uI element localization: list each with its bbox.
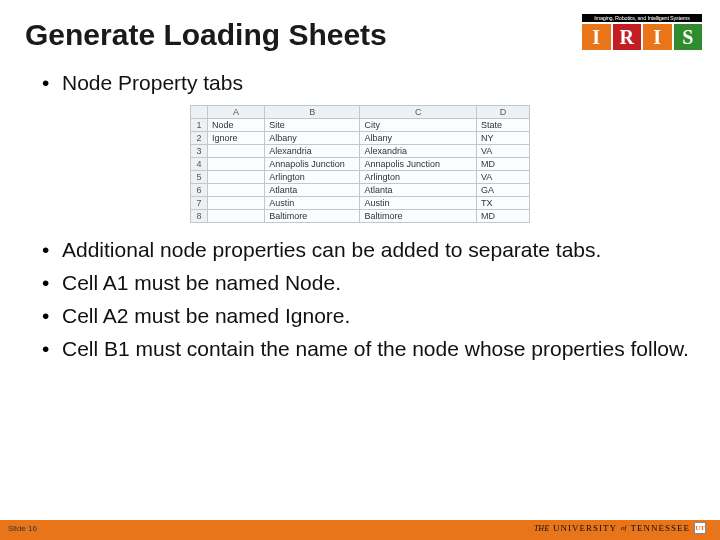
- cell: Austin: [265, 196, 360, 209]
- cell: VA: [477, 170, 530, 183]
- iris-letter-i2: I: [643, 24, 672, 50]
- table-row: 3 Alexandria Alexandria VA: [191, 144, 530, 157]
- col-header-b: B: [265, 105, 360, 118]
- iris-letter-boxes: I R I S: [582, 24, 702, 50]
- cell: Alexandria: [265, 144, 360, 157]
- table-row: 5 Arlington Arlington VA: [191, 170, 530, 183]
- table-row: 6 Atlanta Atlanta GA: [191, 183, 530, 196]
- bullet-additional-props: Additional node properties can be added …: [42, 237, 690, 264]
- ut-icon: UT: [694, 522, 706, 534]
- cell: Ignore: [207, 131, 264, 144]
- ut-the: THE: [534, 524, 549, 533]
- table-row: 4 Annapolis Junction Annapolis Junction …: [191, 157, 530, 170]
- content-area: Node Property tabs A B C D 1 Node Site C…: [0, 52, 720, 362]
- col-header-a: A: [207, 105, 264, 118]
- iris-letter-i: I: [582, 24, 611, 50]
- bullet-list-2: Additional node properties can be added …: [30, 237, 690, 363]
- ut-tennessee: TENNESSEE: [631, 523, 691, 533]
- row-num: 8: [191, 209, 208, 222]
- cell: GA: [477, 183, 530, 196]
- cell: Arlington: [265, 170, 360, 183]
- iris-letter-s: S: [674, 24, 703, 50]
- cell: VA: [477, 144, 530, 157]
- cell: City: [360, 118, 477, 131]
- spreadsheet-preview: A B C D 1 Node Site City State 2 Ignore …: [190, 105, 530, 223]
- cell: Austin: [360, 196, 477, 209]
- slide-number: Slide 16: [8, 524, 37, 533]
- spreadsheet-table: A B C D 1 Node Site City State 2 Ignore …: [190, 105, 530, 223]
- cell: Atlanta: [265, 183, 360, 196]
- cell: Albany: [360, 131, 477, 144]
- row-num: 4: [191, 157, 208, 170]
- cell: NY: [477, 131, 530, 144]
- row-num: 1: [191, 118, 208, 131]
- cell: Node: [207, 118, 264, 131]
- row-num: 6: [191, 183, 208, 196]
- cell: Alexandria: [360, 144, 477, 157]
- col-header-d: D: [477, 105, 530, 118]
- row-num: 7: [191, 196, 208, 209]
- iris-letter-r: R: [613, 24, 642, 50]
- cell: MD: [477, 209, 530, 222]
- cell: Baltimore: [265, 209, 360, 222]
- iris-tagline: Imaging, Robotics, and Intelligent Syste…: [582, 14, 702, 22]
- corner-cell: [191, 105, 208, 118]
- cell: Site: [265, 118, 360, 131]
- cell: Annapolis Junction: [360, 157, 477, 170]
- ut-university: UNIVERSITY: [553, 523, 617, 533]
- cell: [207, 170, 264, 183]
- bullet-node-property-tabs: Node Property tabs: [42, 70, 690, 97]
- row-num: 3: [191, 144, 208, 157]
- cell: [207, 144, 264, 157]
- cell: MD: [477, 157, 530, 170]
- row-num: 5: [191, 170, 208, 183]
- cell: [207, 196, 264, 209]
- iris-logo: Imaging, Robotics, and Intelligent Syste…: [582, 14, 702, 50]
- column-header-row: A B C D: [191, 105, 530, 118]
- cell: Arlington: [360, 170, 477, 183]
- ut-of: of: [621, 524, 626, 532]
- cell: TX: [477, 196, 530, 209]
- footer-bar: Slide 16 THE UNIVERSITY of TENNESSEE UT: [0, 520, 720, 540]
- cell: [207, 157, 264, 170]
- bullet-a1-node: Cell A1 must be named Node.: [42, 270, 690, 297]
- cell: Atlanta: [360, 183, 477, 196]
- cell: State: [477, 118, 530, 131]
- cell: Annapolis Junction: [265, 157, 360, 170]
- cell: Albany: [265, 131, 360, 144]
- bullet-list-1: Node Property tabs: [30, 70, 690, 97]
- bullet-a2-ignore: Cell A2 must be named Ignore.: [42, 303, 690, 330]
- table-row: 7 Austin Austin TX: [191, 196, 530, 209]
- row-num: 2: [191, 131, 208, 144]
- university-logo: THE UNIVERSITY of TENNESSEE UT: [534, 522, 706, 534]
- cell: [207, 183, 264, 196]
- table-row: 8 Baltimore Baltimore MD: [191, 209, 530, 222]
- cell: [207, 209, 264, 222]
- cell: Baltimore: [360, 209, 477, 222]
- table-row: 1 Node Site City State: [191, 118, 530, 131]
- bullet-b1-name: Cell B1 must contain the name of the nod…: [42, 336, 690, 363]
- table-row: 2 Ignore Albany Albany NY: [191, 131, 530, 144]
- col-header-c: C: [360, 105, 477, 118]
